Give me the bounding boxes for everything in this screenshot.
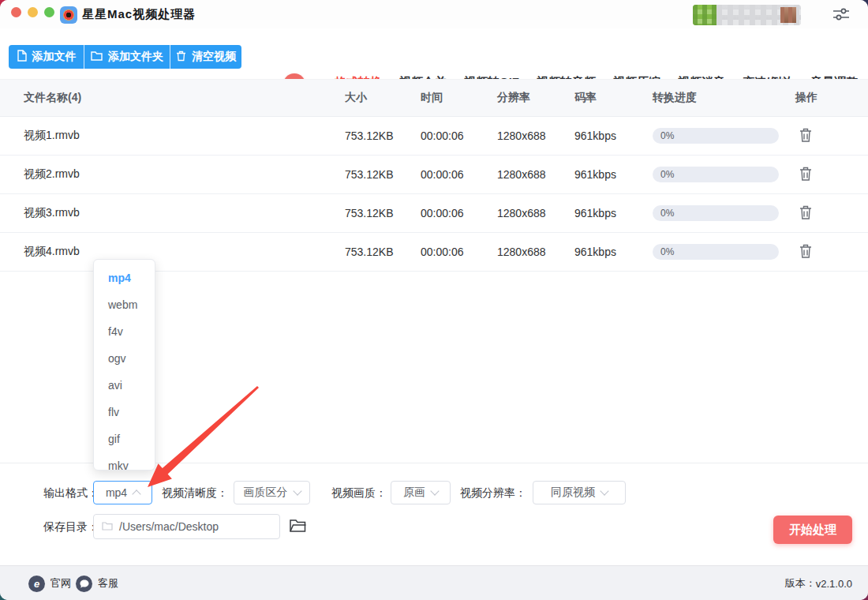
file-actions-group: 添加文件 添加文件夹 清空视频 <box>9 45 241 69</box>
cell-actions <box>795 204 844 223</box>
settings-sliders-icon[interactable] <box>832 7 850 21</box>
table-body: 视频1.rmvb 753.12KB 00:00:06 1280x688 961k… <box>0 117 868 272</box>
version-info: 版本： v2.1.0.0 <box>785 566 852 600</box>
dropdown-option-flv[interactable]: flv <box>94 399 155 426</box>
progress-bar: 0% <box>653 128 779 144</box>
cell-resolution: 1280x688 <box>497 129 574 142</box>
table-row: 视频3.rmvb 753.12KB 00:00:06 1280x688 961k… <box>0 194 868 233</box>
clarity-select[interactable]: 画质区分 <box>234 481 310 504</box>
dropdown-option-avi[interactable]: avi <box>94 372 155 399</box>
app-window: 星星Mac视频处理器 添加文件 <box>0 0 868 600</box>
dropdown-option-webm[interactable]: webm <box>94 291 155 318</box>
dropdown-option-mkv[interactable]: mkv <box>94 452 155 471</box>
website-label: 官网 <box>51 576 71 591</box>
window-controls <box>11 7 54 17</box>
cell-size: 753.12KB <box>345 207 421 219</box>
user-badge-blurred <box>780 7 796 23</box>
cell-progress: 0% <box>653 167 795 182</box>
resolution-select[interactable]: 同原视频 <box>533 481 626 504</box>
folder-open-icon <box>289 524 308 536</box>
titlebar: 星星Mac视频处理器 <box>0 0 868 28</box>
save-dir-input[interactable]: /Users/mac/Desktop <box>93 514 280 539</box>
save-dir-label: 保存目录： <box>43 515 99 538</box>
toolbar: 添加文件 添加文件夹 清空视频 ‹ ‹ 格式转换视频合并视频转GIF视频转音频视… <box>0 28 868 79</box>
col-actions: 操作 <box>795 91 844 105</box>
delete-row-button[interactable] <box>797 165 814 184</box>
col-time: 时间 <box>421 91 497 105</box>
col-bitrate: 码率 <box>574 91 653 105</box>
avatar <box>693 5 716 25</box>
dropdown-option-ogv[interactable]: ogv <box>94 345 155 372</box>
progress-value: 0% <box>660 208 674 219</box>
cell-bitrate: 961kbps <box>574 207 653 219</box>
folder-light-icon <box>102 520 113 533</box>
support-label: 客服 <box>98 576 118 591</box>
folder-icon <box>91 51 103 63</box>
dropdown-option-mp4[interactable]: mp4 <box>94 264 155 291</box>
chevron-down-icon <box>430 486 439 495</box>
col-resolution: 分辨率 <box>497 91 574 105</box>
progress-value: 0% <box>660 130 674 141</box>
cell-progress: 0% <box>653 205 795 221</box>
cell-size: 753.12KB <box>345 168 421 181</box>
cell-size: 753.12KB <box>345 129 421 142</box>
cell-progress: 0% <box>653 128 795 144</box>
browse-folder-button[interactable] <box>287 516 309 538</box>
cell-filename: 视频4.rmvb <box>24 245 345 259</box>
quality-value: 原画 <box>403 486 425 500</box>
app-title: 星星Mac视频处理器 <box>82 0 196 28</box>
version-label: 版本： <box>785 576 816 591</box>
cell-time: 00:00:06 <box>421 129 497 142</box>
table-row: 视频1.rmvb 753.12KB 00:00:06 1280x688 961k… <box>0 117 868 156</box>
trash-icon <box>176 51 186 64</box>
cell-progress: 0% <box>653 244 795 260</box>
progress-value: 0% <box>660 246 674 257</box>
close-button[interactable] <box>11 7 21 17</box>
cell-filename: 视频3.rmvb <box>24 206 345 220</box>
output-format-label: 输出格式： <box>43 481 99 504</box>
chevron-down-icon <box>293 486 301 495</box>
clear-videos-button[interactable]: 清空视频 <box>170 45 241 69</box>
dropdown-option-f4v[interactable]: f4v <box>94 318 155 345</box>
cell-filename: 视频1.rmvb <box>24 129 345 143</box>
col-filename: 文件名称(4) <box>24 91 345 105</box>
file-icon <box>17 50 27 64</box>
add-folder-label: 添加文件夹 <box>108 50 163 64</box>
footer: e 官网 客服 版本： v2.1.0.0 <box>0 565 868 600</box>
start-processing-button[interactable]: 开始处理 <box>773 516 852 544</box>
cell-bitrate: 961kbps <box>574 168 653 181</box>
quality-select[interactable]: 原画 <box>391 481 451 504</box>
cell-time: 00:00:06 <box>421 168 497 181</box>
user-account-info[interactable] <box>693 5 801 25</box>
quality-label: 视频画质： <box>331 481 387 504</box>
col-progress: 转换进度 <box>653 91 795 105</box>
save-dir-value: /Users/mac/Desktop <box>119 520 219 533</box>
dropdown-option-gif[interactable]: gif <box>94 426 155 452</box>
delete-row-button[interactable] <box>797 242 814 261</box>
col-size: 大小 <box>345 91 421 105</box>
output-format-select[interactable]: mp4 <box>93 481 152 504</box>
browser-e-icon: e <box>28 576 45 592</box>
delete-row-button[interactable] <box>797 126 814 145</box>
cell-actions <box>795 242 844 261</box>
delete-row-button[interactable] <box>797 204 814 223</box>
customer-service-link[interactable]: 客服 <box>76 566 118 600</box>
add-file-label: 添加文件 <box>32 50 77 64</box>
add-file-button[interactable]: 添加文件 <box>9 45 84 69</box>
progress-value: 0% <box>660 169 674 180</box>
cell-resolution: 1280x688 <box>497 168 574 181</box>
zoom-button[interactable] <box>44 7 54 17</box>
cell-actions <box>795 126 844 145</box>
cell-bitrate: 961kbps <box>574 246 653 258</box>
progress-bar: 0% <box>653 167 779 182</box>
cell-time: 00:00:06 <box>421 207 497 219</box>
add-folder-button[interactable]: 添加文件夹 <box>84 45 170 69</box>
chat-bubble-icon <box>76 576 92 592</box>
progress-bar: 0% <box>653 205 779 221</box>
minimize-button[interactable] <box>28 7 38 17</box>
chevron-down-icon <box>600 486 608 495</box>
chevron-up-icon <box>132 489 140 498</box>
official-website-link[interactable]: e 官网 <box>28 566 71 600</box>
settings-panel: 输出格式： mp4 视频清晰度： 画质区分 视频画质： 原画 视频分辨率： 同原… <box>0 463 868 566</box>
output-format-value: mp4 <box>106 486 127 499</box>
